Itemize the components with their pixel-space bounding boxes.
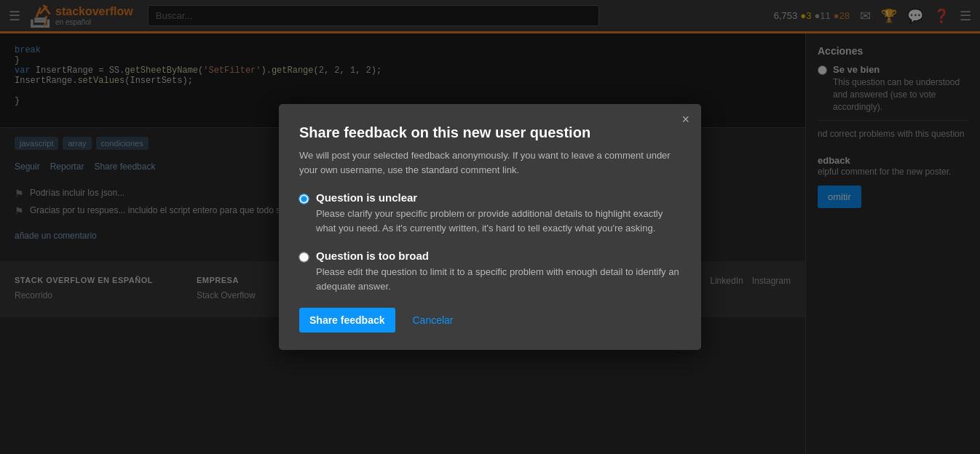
modal-option1-content: Question is unclear Please clarify your … bbox=[316, 191, 681, 235]
modal-radio2-input[interactable] bbox=[299, 252, 309, 262]
modal-option2-title: Question is too broad bbox=[316, 250, 681, 262]
modal-option2-content: Question is too broad Please edit the qu… bbox=[316, 250, 681, 293]
modal-option1-title: Question is unclear bbox=[316, 191, 681, 204]
modal-actions: Share feedback Cancelar bbox=[299, 308, 681, 332]
modal-option2-desc: Please edit the question to limit it to … bbox=[316, 265, 681, 293]
share-feedback-button[interactable]: Share feedback bbox=[299, 308, 395, 332]
modal-title: Share feedback on this new user question bbox=[299, 124, 681, 141]
cancel-button[interactable]: Cancelar bbox=[403, 308, 464, 332]
modal-radio1-input[interactable] bbox=[299, 194, 309, 204]
feedback-modal: × Share feedback on this new user questi… bbox=[279, 104, 701, 350]
modal-option1-desc: Please clarify your specific problem or … bbox=[316, 207, 681, 235]
modal-subtitle: We will post your selected feedback anon… bbox=[299, 148, 681, 177]
modal-option2: Question is too broad Please edit the qu… bbox=[299, 250, 681, 293]
modal-overlay[interactable]: × Share feedback on this new user questi… bbox=[0, 0, 980, 454]
modal-close-button[interactable]: × bbox=[681, 113, 689, 126]
modal-option1: Question is unclear Please clarify your … bbox=[299, 191, 681, 235]
